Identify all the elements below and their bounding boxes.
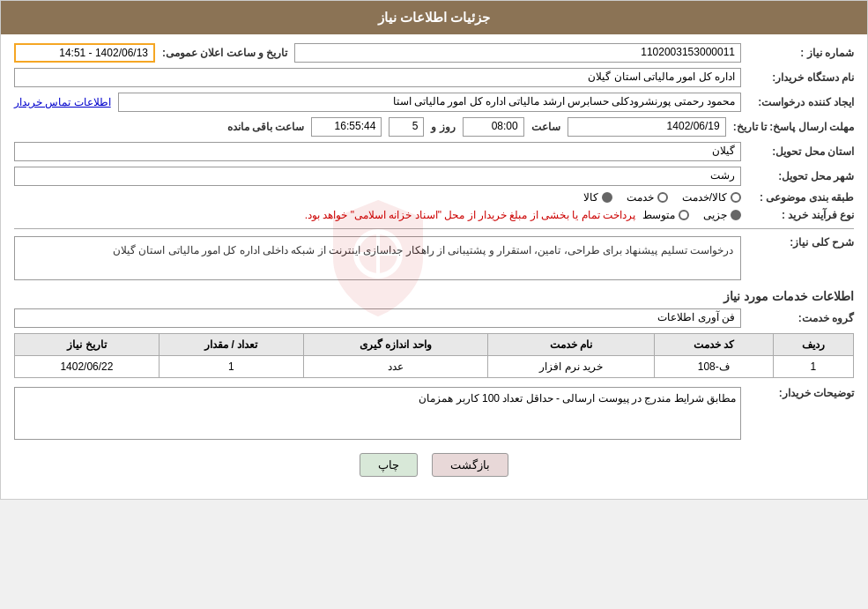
radio-kala-khadamat-circle: [731, 192, 741, 203]
nooe-motavasset: متوسط: [642, 209, 675, 221]
gorooh-label: گروه خدمت:: [748, 312, 854, 324]
tabaqe-group: کالا/خدمت خدمت کالا: [583, 191, 741, 204]
nooe-label: نوع فرآیند خرید :: [748, 209, 854, 221]
radio-khadamat: خدمت: [627, 191, 668, 204]
buttons-row: بازگشت چاپ: [14, 453, 854, 477]
tarix-label: تاریخ و ساعت اعلان عمومی:: [162, 47, 287, 59]
saat-label: ساعت: [531, 121, 560, 133]
dastegh-value: اداره کل امور مالیاتی استان گیلان: [14, 68, 741, 87]
توضیحات-value: مطابق شرایط مندرج در پیوست ارسالی - حداق…: [14, 387, 741, 440]
radio-khadamat-circle: [657, 192, 668, 203]
ostan-label: استان محل تحویل:: [748, 145, 854, 158]
rooz-label: روز و: [431, 121, 455, 133]
page-title: جزئیات اطلاعات نیاز: [378, 10, 490, 25]
radio-kala: کالا: [583, 191, 612, 204]
dastegh-label: نام دستگاه خریدار:: [748, 71, 854, 84]
shomara-value: 1102003153000011: [294, 43, 741, 63]
ijad-value: محمود رحمتی پورنشرودکلی حسابرس ارشد مالی…: [118, 93, 741, 112]
cell-kod: ف-108: [654, 356, 773, 378]
tabaqe-kala-khadamat: کالا/خدمت: [682, 191, 727, 204]
tarix-value: 1402/06/13 - 14:51: [14, 43, 155, 63]
mohlat-rooz: 5: [389, 117, 424, 137]
tabaqe-khadamat: خدمت: [627, 191, 654, 204]
tabaqe-kala: کالا: [583, 191, 598, 204]
mohlat-date: 1402/06/19: [568, 117, 726, 137]
nooe-jazei: جزیی: [703, 209, 727, 221]
col-count: تعداد / مقدار: [159, 334, 303, 356]
cell-radif: 1: [773, 356, 853, 378]
cell-name: خرید نرم افزار: [488, 356, 655, 378]
cell-unit: عدد: [303, 356, 488, 378]
print-button[interactable]: چاپ: [360, 453, 418, 477]
radio-jazei: جزیی: [703, 209, 741, 221]
khadamat-title: اطلاعات خدمات مورد نیاز: [14, 289, 854, 303]
shahr-value: رشت: [14, 167, 741, 186]
gorooh-value: فن آوری اطلاعات: [14, 308, 741, 328]
mohlat-label: مهلت ارسال پاسخ: تا تاریخ:: [733, 121, 854, 133]
table-row: 1ف-108خرید نرم افزارعدد11402/06/22: [15, 356, 854, 378]
radio-motavasset: متوسط: [642, 209, 689, 221]
ijad-link[interactable]: اطلاعات تماس خریدار: [14, 96, 111, 108]
توضیحات-label: توضیحات خریدار:: [748, 387, 854, 399]
radio-kala-khadamat: کالا/خدمت: [682, 191, 741, 204]
col-unit: واحد اندازه گیری: [303, 334, 488, 356]
ostan-value: گیلان: [14, 142, 741, 161]
col-kod: کد خدمت: [654, 334, 773, 356]
tabaqe-label: طبقه بندی موضوعی :: [748, 191, 854, 204]
cell-date: 1402/06/22: [15, 356, 160, 378]
radio-kala-circle: [602, 192, 612, 203]
radio-jazei-circle: [731, 210, 741, 220]
services-table: ردیف کد خدمت نام خدمت واحد اندازه گیری ت…: [14, 333, 854, 378]
sharh-value: درخواست تسلیم پیشنهاد برای طراحی، تامین،…: [14, 236, 741, 280]
radio-motavasset-circle: [679, 210, 689, 220]
nooe-text: پرداخت تمام یا بخشی از مبلغ خریدار از مح…: [14, 209, 635, 221]
shomara-label: شماره نیاز :: [748, 47, 854, 59]
sharh-label: شرح کلی نیاز:: [748, 236, 854, 249]
col-name: نام خدمت: [488, 334, 655, 356]
back-button[interactable]: بازگشت: [432, 453, 508, 477]
baqi-label: ساعت باقی مانده: [227, 121, 305, 133]
col-date: تاریخ نیاز: [15, 334, 160, 356]
nooe-group: جزیی متوسط: [642, 209, 741, 221]
ijad-label: ایجاد کننده درخواست:: [748, 96, 854, 108]
cell-count: 1: [159, 356, 303, 378]
col-radif: ردیف: [773, 334, 853, 356]
page-header: جزئیات اطلاعات نیاز: [1, 1, 867, 34]
mohlat-baqi: 16:55:44: [311, 117, 382, 137]
mohlat-saat: 08:00: [463, 117, 524, 137]
shahr-label: شهر محل تحویل:: [748, 170, 854, 182]
